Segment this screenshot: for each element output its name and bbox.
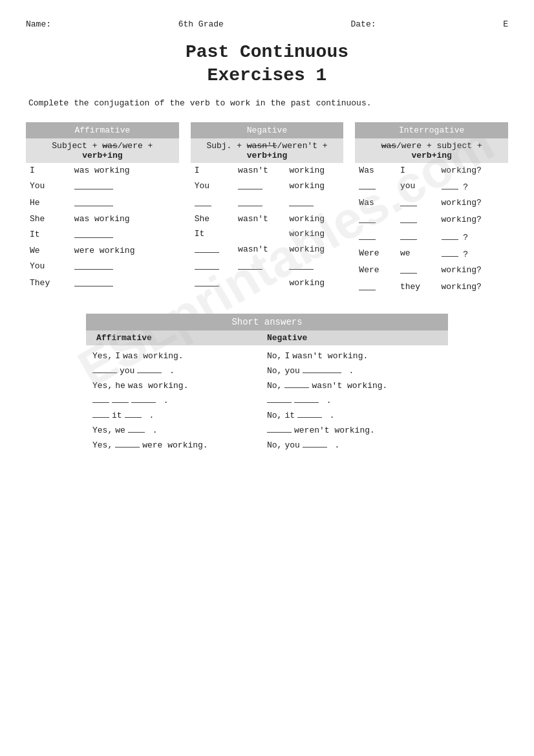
table-row: I wasn't working xyxy=(191,163,344,178)
table-row: Were working? xyxy=(355,262,508,279)
sa-row: Yes, were working. No, you . xyxy=(92,438,442,450)
header: Name: 6th Grade Date: E xyxy=(26,19,508,29)
table-row: It xyxy=(26,226,179,243)
affirmative-header: Affirmative xyxy=(26,122,179,138)
affirmative-formula: Subject + was/were + verb+ing xyxy=(26,138,179,163)
interrogative-table: Interrogative was/were + subject + verb+… xyxy=(355,122,508,296)
sa-row: Yes, we . weren't working. xyxy=(92,424,442,435)
page-label: E xyxy=(503,19,508,29)
table-row xyxy=(191,258,344,275)
negative-formula: Subj. + wasn't/weren't + verb+ing xyxy=(191,138,344,163)
short-answers-section: Short answers Affirmative Negative Yes, … xyxy=(86,314,448,456)
table-row: They xyxy=(26,275,179,292)
table-row: working xyxy=(191,275,344,292)
sa-aff-label: Affirmative xyxy=(96,333,267,343)
negative-table: Negative Subj. + wasn't/weren't + verb+i… xyxy=(191,122,344,292)
instruction: Complete the conjugation of the verb to … xyxy=(26,98,508,108)
sa-row: it . No, it . xyxy=(92,409,442,420)
table-row: Were we ? xyxy=(355,245,508,262)
table-row: He xyxy=(26,195,179,211)
table-row: You xyxy=(26,178,179,195)
short-answers-subheader: Affirmative Negative xyxy=(86,330,448,345)
sa-row: Yes, he was working. No, wasn't working. xyxy=(92,379,442,391)
table-row: Was working? xyxy=(355,195,508,211)
sa-row: Yes, I was working. No, I wasn't working… xyxy=(92,351,442,361)
table-row: You xyxy=(26,258,179,275)
negative-header: Negative xyxy=(191,122,344,138)
table-row: they working? xyxy=(355,279,508,296)
conjugation-tables: Affirmative Subject + was/were + verb+in… xyxy=(26,122,508,296)
affirmative-table: Affirmative Subject + was/were + verb+in… xyxy=(26,122,179,292)
short-answers-header: Short answers xyxy=(86,314,448,330)
grade-label: 6th Grade xyxy=(178,19,224,29)
page-title: Past Continuous Exercises 1 xyxy=(26,41,508,88)
table-row: wasn't working xyxy=(191,241,344,258)
name-label: Name: xyxy=(26,19,51,29)
interrogative-header: Interrogative xyxy=(355,122,508,138)
sa-row: . . xyxy=(92,394,442,405)
table-row: She wasn't working xyxy=(191,211,344,226)
interrogative-formula: was/were + subject + verb+ing xyxy=(355,138,508,163)
short-answers-rows: Yes, I was working. No, I wasn't working… xyxy=(86,345,448,456)
table-row: We were working xyxy=(26,243,179,258)
table-row: She was working xyxy=(26,211,179,226)
table-row: You working xyxy=(191,178,344,195)
sa-row: you . No, you . xyxy=(92,364,442,376)
table-row: It working xyxy=(191,226,344,241)
table-row: you ? xyxy=(355,178,508,195)
table-row xyxy=(191,195,344,211)
table-row: ? xyxy=(355,228,508,245)
table-row: Was I working? xyxy=(355,163,508,178)
table-row: working? xyxy=(355,211,508,228)
date-label: Date: xyxy=(351,19,376,29)
sa-neg-label: Negative xyxy=(267,333,438,343)
table-row: I was working xyxy=(26,163,179,178)
